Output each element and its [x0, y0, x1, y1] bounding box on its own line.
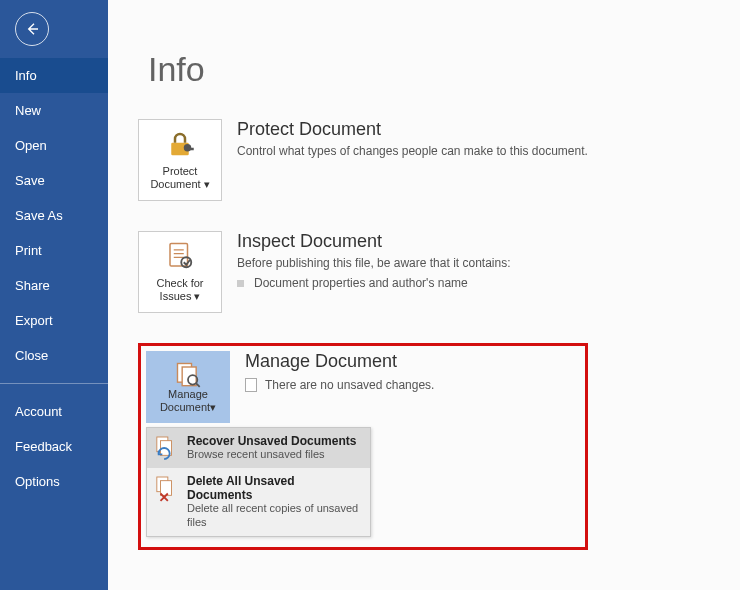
sidebar-item-account[interactable]: Account: [0, 394, 108, 429]
manage-document-icon: [173, 360, 203, 388]
section-desc: Before publishing this file, be aware th…: [237, 256, 511, 270]
sidebar-item-feedback[interactable]: Feedback: [0, 429, 108, 464]
sidebar-separator: [0, 383, 108, 384]
sidebar-item-label: New: [15, 103, 41, 118]
sidebar-item-label: Print: [15, 243, 42, 258]
sidebar-item-label: Feedback: [15, 439, 72, 454]
tile-label-line1: Protect: [150, 165, 209, 178]
tile-label-line2: Document: [150, 178, 200, 190]
manage-document-tile[interactable]: Manage Document▾: [146, 351, 230, 423]
sidebar-item-label: Export: [15, 313, 53, 328]
sidebar-item-label: Share: [15, 278, 50, 293]
section-title: Inspect Document: [237, 231, 511, 252]
section-inspect: Check for Issues▾ Inspect Document Befor…: [138, 231, 710, 313]
section-title: Manage Document: [245, 351, 434, 372]
section-protect: Protect Document▾ Protect Document Contr…: [138, 119, 710, 201]
chevron-down-icon: ▾: [204, 178, 210, 191]
arrow-left-icon: [24, 21, 40, 37]
menu-item-recover-unsaved[interactable]: Recover Unsaved Documents Browse recent …: [147, 428, 370, 468]
bullet-text: Document properties and author's name: [254, 276, 468, 290]
chevron-down-icon: ▾: [210, 401, 216, 413]
sidebar-item-save[interactable]: Save: [0, 163, 108, 198]
tile-label-line1: Check for: [156, 277, 203, 290]
inspect-icon: [165, 241, 195, 271]
sidebar-item-save-as[interactable]: Save As: [0, 198, 108, 233]
recover-document-icon: [155, 434, 177, 462]
tile-label-line1: Manage: [160, 388, 216, 401]
sidebar-item-label: Options: [15, 474, 60, 489]
manage-document-menu: Recover Unsaved Documents Browse recent …: [146, 427, 371, 537]
delete-document-icon: [155, 474, 177, 502]
menu-item-title: Recover Unsaved Documents: [187, 434, 356, 448]
main-content: Info Protect Document▾ Protect Document …: [108, 0, 740, 590]
sidebar-item-print[interactable]: Print: [0, 233, 108, 268]
inspect-bullet: Document properties and author's name: [237, 276, 511, 290]
back-button-wrap: [0, 0, 108, 58]
sidebar-item-label: Save: [15, 173, 45, 188]
back-button[interactable]: [15, 12, 49, 46]
menu-item-desc: Browse recent unsaved files: [187, 448, 356, 462]
sidebar-item-close[interactable]: Close: [0, 338, 108, 373]
protect-text: Protect Document Control what types of c…: [237, 119, 588, 158]
backstage-sidebar: Info New Open Save Save As Print Share E…: [0, 0, 108, 590]
menu-item-desc: Delete all recent copies of unsaved file…: [187, 502, 362, 530]
sidebar-item-share[interactable]: Share: [0, 268, 108, 303]
sidebar-item-new[interactable]: New: [0, 93, 108, 128]
page-title: Info: [148, 50, 710, 89]
svg-rect-2: [186, 148, 194, 151]
section-desc: Control what types of changes people can…: [237, 144, 588, 158]
protect-document-tile[interactable]: Protect Document▾: [138, 119, 222, 201]
sidebar-item-label: Account: [15, 404, 62, 419]
document-mini-icon: [245, 378, 257, 392]
manage-status-text: There are no unsaved changes.: [265, 378, 434, 392]
svg-rect-11: [161, 481, 172, 496]
sidebar-item-label: Info: [15, 68, 37, 83]
tile-label-line2: Issues: [160, 290, 192, 302]
sidebar-item-label: Open: [15, 138, 47, 153]
sidebar-item-label: Close: [15, 348, 48, 363]
sidebar-item-options[interactable]: Options: [0, 464, 108, 499]
sidebar-item-open[interactable]: Open: [0, 128, 108, 163]
sidebar-item-export[interactable]: Export: [0, 303, 108, 338]
section-title: Protect Document: [237, 119, 588, 140]
menu-item-title: Delete All Unsaved Documents: [187, 474, 362, 502]
bullet-icon: [237, 280, 244, 287]
section-manage: Manage Document▾ Manage Document There a…: [146, 351, 580, 423]
sidebar-item-label: Save As: [15, 208, 63, 223]
highlight-annotation: Manage Document▾ Manage Document There a…: [138, 343, 588, 550]
chevron-down-icon: ▾: [194, 290, 200, 303]
tile-label-line2: Document: [160, 401, 210, 413]
inspect-text: Inspect Document Before publishing this …: [237, 231, 511, 290]
menu-item-delete-unsaved[interactable]: Delete All Unsaved Documents Delete all …: [147, 468, 370, 536]
check-for-issues-tile[interactable]: Check for Issues▾: [138, 231, 222, 313]
lock-icon: [165, 129, 195, 159]
manage-text: Manage Document There are no unsaved cha…: [245, 351, 434, 392]
sidebar-item-info[interactable]: Info: [0, 58, 108, 93]
